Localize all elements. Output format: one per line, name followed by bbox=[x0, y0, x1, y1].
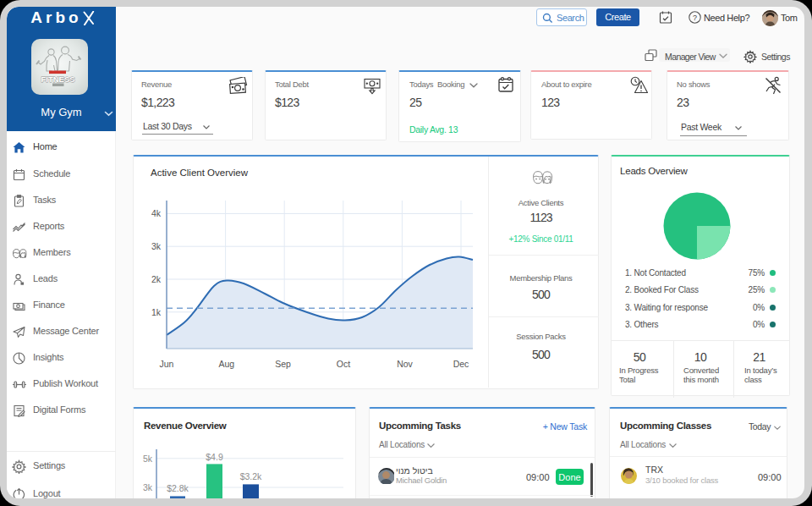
svg-text:Oct: Oct bbox=[337, 359, 350, 369]
svg-text:Aug: Aug bbox=[218, 359, 234, 369]
svg-text:$2.8k: $2.8k bbox=[167, 483, 189, 493]
svg-text:FITNESS: FITNESS bbox=[41, 74, 74, 84]
svg-text:1k: 1k bbox=[151, 307, 162, 317]
svg-text:$4.9: $4.9 bbox=[206, 452, 223, 462]
svg-text:3k: 3k bbox=[143, 482, 153, 492]
svg-text:Dec: Dec bbox=[453, 359, 469, 369]
svg-text:Sep: Sep bbox=[275, 359, 291, 369]
svg-text:3k: 3k bbox=[151, 241, 162, 251]
svg-text:Nov: Nov bbox=[397, 359, 413, 369]
svg-text:Jun: Jun bbox=[160, 359, 174, 369]
svg-text:?: ? bbox=[693, 14, 697, 22]
svg-text:$3.2k: $3.2k bbox=[240, 471, 262, 481]
svg-text:2k: 2k bbox=[151, 274, 162, 284]
svg-text:5k: 5k bbox=[143, 454, 153, 464]
svg-text:4k: 4k bbox=[151, 208, 162, 218]
